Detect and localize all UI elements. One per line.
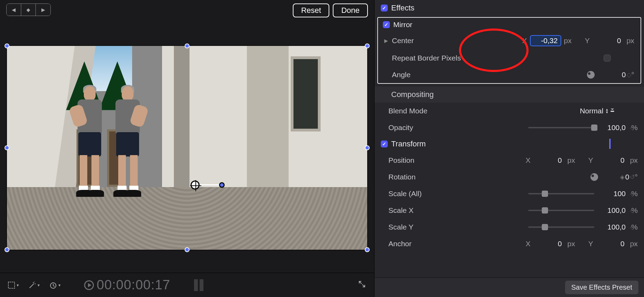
viewer-panel: Reset Done	[0, 0, 374, 297]
bbox-handle[interactable]	[185, 43, 190, 48]
transform-checkbox[interactable]	[381, 141, 388, 147]
center-x-field[interactable]: -0,32	[530, 35, 561, 46]
bbox-handle[interactable]	[185, 247, 190, 252]
rotation-knob[interactable]	[590, 173, 598, 181]
keyframe-icon[interactable]: ◇	[630, 190, 635, 198]
scale-y-label: Scale Y	[388, 223, 413, 231]
opacity-row: Opacity 100,0 % ◇	[375, 119, 644, 136]
effects-section-header[interactable]: Effects	[375, 0, 644, 16]
scale-y-row: Scale Y 100,0 % ◇	[375, 219, 644, 235]
bbox-handle[interactable]	[365, 247, 370, 252]
crop-tool-menu[interactable]: ▾	[8, 281, 19, 289]
blend-mode-row: Blend Mode Normal ▲▼	[375, 103, 644, 119]
scene-placeholder	[7, 46, 367, 250]
transform-header[interactable]: Transform	[375, 136, 644, 152]
viewer-footer: ▾ ▾ ▾ 00:00:00:17	[0, 273, 374, 297]
effects-title: Effects	[391, 3, 414, 13]
transform-title: Transform	[391, 139, 426, 148]
reset-button[interactable]: Reset	[293, 3, 329, 17]
preview-area	[0, 23, 374, 273]
bbox-handle[interactable]	[5, 247, 9, 252]
center-y-label: Y	[585, 37, 590, 45]
repeat-border-label: Repeat Border Pixels	[392, 54, 461, 62]
transform-crop-icon[interactable]	[609, 139, 617, 148]
timecode-value: 00:00:00:17	[97, 278, 170, 292]
scale-y-value[interactable]: 100,0	[597, 222, 628, 232]
angle-value[interactable]: 0	[597, 70, 629, 80]
angle-unit: °	[631, 71, 634, 79]
onscreen-control[interactable]	[191, 180, 225, 190]
bbox-handle[interactable]	[5, 43, 9, 48]
prev-keyframe-button[interactable]	[7, 4, 21, 16]
position-y-field[interactable]: 0	[596, 155, 627, 165]
add-keyframe-button[interactable]	[21, 4, 36, 16]
repeat-border-checkbox[interactable]	[604, 55, 611, 62]
next-keyframe-button[interactable]	[36, 4, 50, 16]
keyframe-nav-group	[6, 3, 51, 16]
mirror-header[interactable]: Mirror	[378, 18, 641, 32]
keyframe-icon[interactable]: ◇	[630, 156, 635, 164]
done-button[interactable]: Done	[333, 3, 368, 17]
rotation-label: Rotation	[388, 173, 416, 181]
play-icon	[84, 280, 94, 290]
scale-x-value[interactable]: 100,0	[597, 206, 628, 215]
scale-all-slider[interactable]	[528, 193, 594, 194]
save-effects-preset-button[interactable]: Save Effects Preset	[565, 281, 638, 294]
anchor-x-field[interactable]: 0	[533, 239, 565, 249]
reset-icon[interactable]: ↺	[630, 173, 635, 181]
app-root: Reset Done	[0, 0, 644, 297]
anchor-row: Anchor X 0 px Y 0 px ◇	[375, 235, 644, 252]
angle-gizmo-handle[interactable]	[219, 182, 225, 188]
mirror-title: Mirror	[393, 21, 412, 29]
center-x-unit: px	[564, 37, 572, 45]
scale-all-row: Scale (All) 100 % ◇	[375, 185, 644, 202]
angle-label: Angle	[392, 71, 411, 79]
center-gizmo-icon[interactable]	[191, 180, 200, 190]
blend-mode-select[interactable]: Normal ▲▼	[580, 107, 614, 115]
keyframe-icon[interactable]: ◇	[627, 37, 631, 45]
expand-viewer-button[interactable]	[358, 280, 366, 290]
scale-all-value[interactable]: 100	[597, 189, 628, 199]
keyframe-icon[interactable]: ◇	[627, 71, 631, 79]
blend-mode-label: Blend Mode	[388, 107, 427, 115]
opacity-value[interactable]: 100,0	[597, 123, 628, 133]
timecode-display[interactable]: 00:00:00:17	[84, 278, 170, 292]
inspector-footer: Save Effects Preset	[375, 278, 644, 297]
keyframe-icon[interactable]: ◇	[630, 124, 635, 131]
anchor-y-field[interactable]: 0	[596, 239, 627, 249]
opacity-slider[interactable]	[528, 127, 594, 128]
bbox-handle[interactable]	[365, 43, 370, 48]
audio-meters	[194, 279, 203, 291]
scale-x-label: Scale X	[388, 206, 413, 215]
repeat-border-row: Repeat Border Pixels	[378, 50, 641, 66]
keyframe-icon[interactable]: ◇	[630, 240, 635, 248]
keyframe-icon[interactable]: ◇	[630, 207, 635, 214]
compositing-title: Compositing	[391, 90, 434, 99]
angle-knob[interactable]	[587, 71, 595, 79]
center-y-field[interactable]: 0	[593, 36, 624, 46]
bbox-handle[interactable]	[365, 145, 370, 150]
scale-y-slider[interactable]	[528, 226, 594, 228]
rotation-value[interactable]: 0	[601, 172, 632, 182]
keyframe-icon[interactable]: ◇	[630, 223, 635, 231]
mirror-checkbox[interactable]	[383, 21, 390, 28]
position-x-field[interactable]: 0	[533, 155, 565, 165]
effects-checkbox[interactable]	[381, 5, 388, 11]
scale-all-label: Scale (All)	[388, 190, 422, 198]
keyframe-icon[interactable]: ◈	[620, 174, 625, 181]
position-row: Position X 0 px Y 0 px ◇	[375, 152, 644, 169]
svg-rect-0	[8, 282, 15, 288]
viewer-top-right: Reset Done	[293, 3, 368, 17]
center-label: Center	[392, 37, 414, 45]
preview-canvas[interactable]	[6, 45, 368, 250]
inspector-scroll[interactable]: Effects Mirror ▶ Center X -0,32 px Y 0 p…	[375, 0, 644, 278]
disclosure-icon[interactable]: ▶	[384, 38, 389, 43]
compositing-header: Compositing	[375, 87, 644, 103]
scale-x-row: Scale X 100,0 % ◇	[375, 202, 644, 219]
opacity-label: Opacity	[388, 123, 413, 132]
bbox-handle[interactable]	[5, 145, 9, 150]
enhance-tool-menu[interactable]: ▾	[29, 281, 40, 289]
anchor-label: Anchor	[388, 240, 412, 248]
retime-tool-menu[interactable]: ▾	[49, 281, 61, 289]
scale-x-slider[interactable]	[528, 210, 594, 211]
